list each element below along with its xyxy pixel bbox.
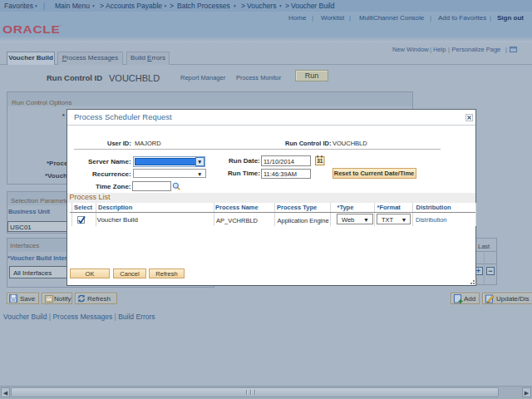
svg-text:31: 31 <box>317 158 323 164</box>
